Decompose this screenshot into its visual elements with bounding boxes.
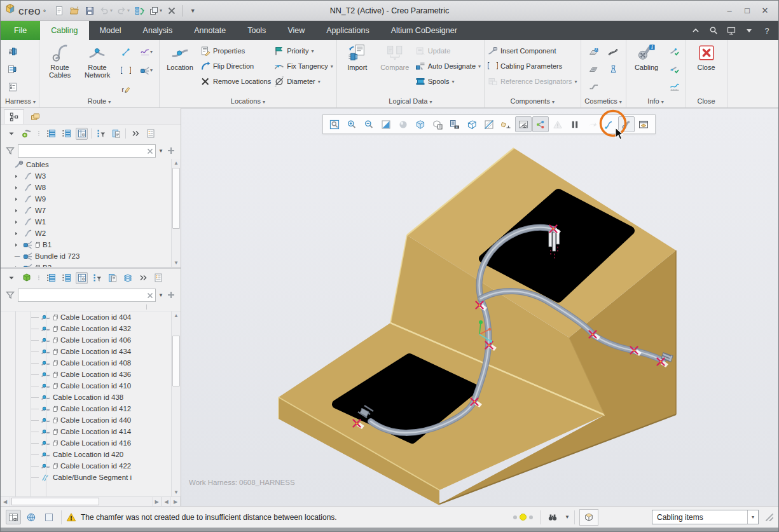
tree-item-cable-location-id-410[interactable]: Cable Location id 410 <box>1 380 181 392</box>
close-button[interactable]: ✕ <box>761 6 769 15</box>
tab-tools[interactable]: Tools <box>237 21 277 40</box>
view-manager-button[interactable] <box>446 116 463 132</box>
close-window-button[interactable] <box>165 4 179 18</box>
folder-browser-tab[interactable] <box>25 109 46 124</box>
tab-applications[interactable]: Applications <box>315 21 380 40</box>
maximize-button[interactable]: □ <box>743 6 752 15</box>
fix-tangency-button[interactable]: Fix Tangency▾ <box>274 58 333 74</box>
display-style-button[interactable] <box>412 116 429 132</box>
tree-item-w9[interactable]: W9 <box>1 193 181 205</box>
tab-cabling[interactable]: Cabling <box>40 21 88 40</box>
cables-tree-scrollbar[interactable]: ▲ ▼ <box>171 159 181 267</box>
locations-tree-search-input[interactable] <box>18 289 156 302</box>
geometry-checks-button[interactable] <box>549 116 566 132</box>
route-along-icon-button[interactable] <box>118 44 134 60</box>
tree-item-cable-location-id-420[interactable]: Cable Location id 420 <box>1 449 181 460</box>
blank-panel-button[interactable] <box>41 510 57 524</box>
tree-item-b2[interactable]: B2 <box>1 262 181 267</box>
select-geometry-button[interactable] <box>579 509 598 526</box>
tree-item-cable-location-id-432[interactable]: Cable Location id 432 <box>1 323 181 334</box>
tree-item-cable-bundle-segment-i[interactable]: Cable/Bundle Segment i <box>1 472 181 483</box>
model-tree-tab[interactable] <box>4 109 24 124</box>
route-options-icon-button[interactable]: ▾ <box>139 44 154 60</box>
command-search-icon[interactable] <box>708 25 719 36</box>
expand-all-icon[interactable] <box>60 272 72 284</box>
graphics-area[interactable]: Work Harness: 0608_HARNESS <box>181 108 778 506</box>
tree2-more-icon[interactable] <box>36 272 42 284</box>
cosmetic-tape-button[interactable] <box>586 62 602 77</box>
auto-designate-button[interactable]: Auto Designate▾ <box>415 58 481 74</box>
add-filter-icon[interactable] <box>166 290 176 300</box>
expand-all-icon[interactable] <box>60 128 72 140</box>
tree-overflow-icon[interactable] <box>129 128 141 140</box>
tree-item-cable-location-id-440[interactable]: Cable Location id 440 <box>1 414 181 426</box>
zoom-window-button[interactable] <box>326 116 343 132</box>
harness-group-label[interactable]: Harness ▾ <box>5 97 36 107</box>
harness-bundle-button[interactable] <box>5 44 20 59</box>
minimize-ribbon-icon[interactable] <box>691 25 701 36</box>
regenerate-button[interactable] <box>132 4 146 18</box>
reference-designators-button[interactable]: Reference Designators▾ <box>488 74 577 89</box>
windows-button[interactable]: ▾ <box>148 4 163 18</box>
route-group-label[interactable]: Route ▾ <box>43 97 156 107</box>
insert-component-button[interactable]: Insert Component <box>488 43 577 58</box>
new-file-button[interactable] <box>52 4 66 18</box>
tree-item-cables[interactable]: Cables <box>1 159 181 170</box>
tab-view[interactable]: View <box>277 21 315 40</box>
customize-qat-button[interactable]: ▼ <box>186 4 200 18</box>
pause-button[interactable] <box>567 116 583 132</box>
tree-item-cable-location-id-408[interactable]: Cable Location id 408 <box>1 357 181 369</box>
locations-group-label[interactable]: Locations ▾ <box>163 97 333 107</box>
tree-item-cable-location-id-412[interactable]: Cable Location id 412 <box>1 403 181 414</box>
close-cabling-button[interactable]: Close <box>689 42 724 71</box>
components-group-label[interactable]: Components ▾ <box>488 97 577 107</box>
priority-button[interactable]: Priority▾ <box>274 43 333 58</box>
section-button[interactable] <box>481 116 497 132</box>
columns-icon[interactable] <box>76 272 88 284</box>
search-model-button[interactable] <box>545 510 560 524</box>
toggle-tree-panel-button[interactable] <box>6 510 21 524</box>
search-options-caret[interactable]: ▼ <box>158 148 163 154</box>
resize-grip[interactable] <box>766 514 773 521</box>
harness-table-button[interactable] <box>5 62 20 77</box>
tree-item-w2[interactable]: W2 <box>1 228 181 239</box>
tree-clipboard-icon[interactable] <box>110 128 122 140</box>
harness-form-button[interactable] <box>5 79 20 95</box>
tree-item-cable-location-id-422[interactable]: Cable Location id 422 <box>1 460 181 472</box>
tab-altium-codesigner[interactable]: Altium CoDesigner <box>380 21 468 40</box>
location-button[interactable]: Location <box>163 42 197 71</box>
route-brackets-icon-button[interactable]: [ ] <box>118 63 134 78</box>
save-button[interactable] <box>83 4 97 18</box>
cabling-parameters-button[interactable]: [ ]Cabling Parameters <box>488 58 577 74</box>
tree-item-cable-location-id-438[interactable]: Cable Location id 438 <box>1 392 181 403</box>
columns-icon[interactable] <box>76 128 88 140</box>
open-file-button[interactable] <box>67 4 81 18</box>
3d-model-view[interactable]: Work Harness: 0608_HARNESS <box>181 109 778 506</box>
tab-file[interactable]: File <box>1 21 40 40</box>
saved-orientations-button[interactable] <box>429 116 446 132</box>
tab-annotate[interactable]: Annotate <box>183 21 237 40</box>
tab-model[interactable]: Model <box>89 21 132 40</box>
centerline-display-button[interactable] <box>601 116 617 132</box>
redo-button[interactable]: ▾ <box>115 4 131 18</box>
resume-button[interactable] <box>584 116 600 132</box>
tree-item-cable-location-id-436[interactable]: Cable Location id 436 <box>1 369 181 380</box>
undo-button[interactable]: ▾ <box>98 4 114 18</box>
zoom-in-button[interactable] <box>343 116 360 132</box>
tree-item-w8[interactable]: W8 <box>1 182 181 193</box>
tree-item-w1[interactable]: W1 <box>1 216 181 228</box>
tree-item-cable-location-id-434[interactable]: Cable Location id 434 <box>1 346 181 357</box>
search-options-caret[interactable]: ▼ <box>158 292 163 298</box>
tree2-filter-icon[interactable] <box>20 272 32 284</box>
tree2-filters-icon[interactable] <box>91 272 103 284</box>
info-report-button[interactable] <box>667 79 682 95</box>
remove-locations-button[interactable]: Remove Locations <box>200 74 271 89</box>
tree-item-cable-location-id-404[interactable]: Cable Location id 404 <box>1 311 181 323</box>
tree2-overflow-icon[interactable] <box>137 272 149 284</box>
clear-search-icon[interactable] <box>145 290 154 299</box>
cosmetic-twist-button[interactable] <box>605 44 621 60</box>
modify-route-icon-button[interactable]: r <box>118 81 134 97</box>
update-button[interactable]: Update <box>415 43 481 58</box>
tab-analysis[interactable]: Analysis <box>132 21 184 40</box>
cabling-info-button[interactable]: iCabling <box>630 42 664 71</box>
